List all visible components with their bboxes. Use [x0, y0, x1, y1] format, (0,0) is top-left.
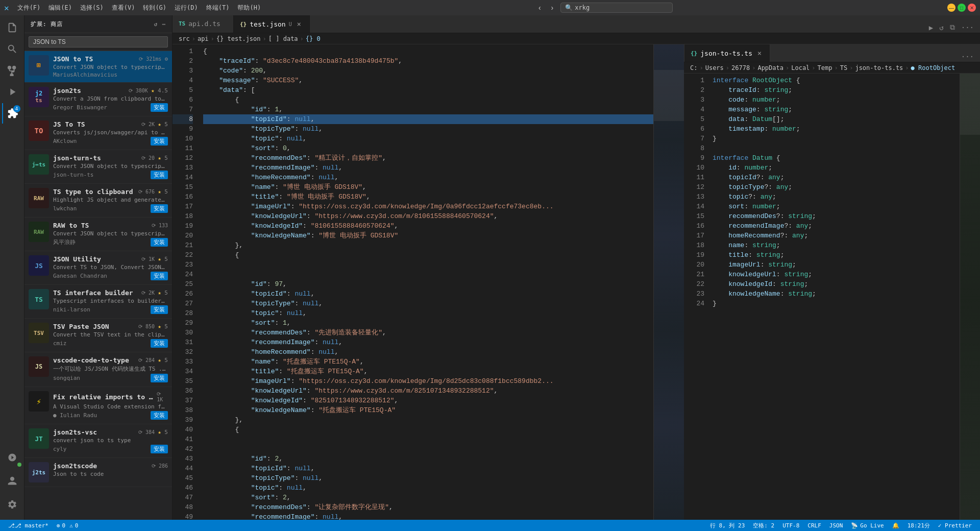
plugin-item[interactable]: TSV TSV Paste JSON ⟳ 850 ★ 5 Convert the…	[24, 319, 172, 352]
status-go-live[interactable]: 📡 Go Live	[847, 520, 888, 531]
breadcrumb-testjson[interactable]: {} test.json	[216, 35, 261, 42]
bc-filename[interactable]: json-to-ts.ts	[855, 64, 903, 71]
breadcrumb-data[interactable]: [ ] data	[268, 35, 298, 42]
status-bell[interactable]: 🔔	[888, 520, 903, 531]
menu-select[interactable]: 选择(S)	[80, 4, 104, 12]
code-line: "title": "博世 电动扳手 GDS18V",	[203, 192, 653, 202]
menu-terminal[interactable]: 终端(T)	[206, 4, 230, 12]
activity-settings[interactable]	[2, 494, 22, 515]
code-line: "data": [	[203, 85, 653, 95]
forward-button[interactable]: ›	[548, 3, 557, 13]
install-button[interactable]: 安装	[151, 137, 168, 146]
ts-tab-close-button[interactable]: ×	[755, 49, 764, 57]
plugin-item[interactable]: RAW RAW to TS ⟳ 133 Convert JSON object …	[24, 218, 172, 251]
error-icon: ⊗	[57, 522, 60, 529]
plugin-item[interactable]: JS JSON Utility ⟳ 1K ★ 5 Convert TS to J…	[24, 251, 172, 285]
branch-icon: ⎇	[8, 522, 15, 529]
plugin-item[interactable]: j2ts json2tscode ⟳ 286 Json to ts code	[24, 458, 172, 487]
install-button[interactable]: 安装	[151, 171, 168, 179]
plugin-item[interactable]: JS vscode-code-to-type ⟳ 284 ★ 5 一个可以给 J…	[24, 352, 172, 387]
plugin-item[interactable]: j2ts json2ts ⟳ 380K ★ 4.5 Convert a JSON…	[24, 83, 172, 116]
activity-search[interactable]	[2, 39, 22, 59]
install-button[interactable]: 安装	[151, 272, 168, 280]
ts-tab-json-to-ts[interactable]: {} json-to-ts.ts ×	[684, 44, 770, 62]
breadcrumb-current[interactable]: {} 0	[306, 35, 321, 42]
ts-code-container[interactable]: 1 2 3 4 5 6 7 8 9 10 11 12 13 14	[684, 74, 980, 520]
tab-api-ts[interactable]: TS api.d.ts	[173, 15, 234, 33]
ts-tabs: {} json-to-ts.ts × ···	[684, 44, 980, 62]
status-language[interactable]: JSON	[825, 520, 847, 531]
activity-remote[interactable]	[2, 447, 22, 468]
code-container[interactable]: 1 2 3 4 5 6 7 8 9 10 11 12 13 14	[173, 44, 684, 520]
bc-temp[interactable]: Temp	[818, 64, 832, 71]
plugin-settings[interactable]: ⚙	[164, 56, 168, 62]
install-button[interactable]: 安装	[151, 204, 168, 213]
install-button[interactable]: 安装	[151, 305, 168, 314]
install-button[interactable]: 安装	[151, 339, 168, 348]
activity-run[interactable]	[2, 82, 22, 102]
status-line-ending[interactable]: CRLF	[803, 520, 825, 531]
menu-goto[interactable]: 转到(G)	[143, 4, 166, 12]
menu-view[interactable]: 查看(V)	[112, 4, 135, 12]
plugin-item[interactable]: RAW TS type to clipboard ⟳ 676 ★ 5 Highl…	[24, 184, 172, 218]
line-ending-label: CRLF	[807, 522, 821, 529]
bc-local[interactable]: Local	[791, 64, 810, 71]
run-icon[interactable]: ▶	[927, 22, 935, 33]
install-button[interactable]: 安装	[151, 103, 168, 112]
bc-26778[interactable]: 26778	[731, 64, 750, 71]
more-actions-icon[interactable]: ···	[959, 22, 976, 33]
install-button[interactable]: 安装	[151, 238, 168, 247]
bc-appdata[interactable]: AppData	[757, 64, 783, 71]
maximize-button[interactable]: □	[958, 4, 966, 12]
status-errors[interactable]: ⊗ 0 ⚠ 0	[53, 520, 83, 531]
tab-close-button[interactable]: ×	[295, 20, 303, 28]
global-search-bar[interactable]: 🔍 xrkg	[560, 3, 673, 13]
activity-files[interactable]	[2, 17, 22, 38]
menu-file[interactable]: 文件(F)	[17, 4, 41, 12]
search-input[interactable]	[29, 36, 168, 47]
status-spaces[interactable]: 空格: 2	[749, 520, 778, 531]
bc-users[interactable]: Users	[705, 64, 724, 71]
plugin-item[interactable]: TO JS To TS ⟳ 2K ★ 5 Converts js/json/sw…	[24, 116, 172, 150]
breadcrumb-api[interactable]: api	[198, 35, 209, 42]
plugin-desc: Convert TS to JSON, Convert JSON to ...	[53, 264, 168, 271]
activity-extensions[interactable]: 4	[2, 103, 22, 124]
ts-more-actions-icon[interactable]: ···	[959, 52, 976, 62]
sidebar-refresh-icon[interactable]: ↺	[154, 21, 158, 28]
plugin-author: songqian	[53, 375, 80, 381]
status-branch[interactable]: ⎇ ⎇ master*	[4, 520, 53, 531]
minimap-slider[interactable]	[654, 70, 684, 121]
ts-code-content[interactable]: interface RootObject { traceId: string; …	[708, 74, 960, 520]
activity-source-control[interactable]	[2, 60, 22, 81]
install-button[interactable]: 安装	[151, 374, 168, 382]
plugin-item[interactable]: JT json2ts-vsc ⟳ 384 ★ 5 convert json to…	[24, 424, 172, 458]
status-position[interactable]: 行 8, 列 23	[706, 520, 749, 531]
menu-help[interactable]: 帮助(H)	[237, 4, 261, 12]
ts-minimap-slider[interactable]	[960, 74, 980, 135]
breadcrumb-sep: ›	[211, 35, 214, 42]
minimize-button[interactable]: —	[947, 4, 955, 12]
sidebar-filter-icon[interactable]: ⋯	[162, 21, 166, 28]
split-icon[interactable]: ⧉	[948, 22, 957, 33]
bc-c[interactable]: C:	[690, 64, 697, 71]
bc-rootobject[interactable]: ● RootObject	[911, 64, 955, 71]
close-button[interactable]: ✕	[968, 4, 976, 12]
menu-run[interactable]: 运行(D)	[175, 4, 198, 12]
plugin-item[interactable]: ⊞ JSON to TS ⟳ 321ms ⚙ Convert JSON obje…	[24, 51, 172, 83]
install-button[interactable]: 安装	[151, 445, 168, 453]
revert-icon[interactable]: ↺	[937, 22, 945, 33]
tab-test-json[interactable]: {} test.json U ×	[234, 15, 310, 33]
menu-edit[interactable]: 编辑(E)	[48, 4, 72, 12]
plugin-item[interactable]: TS TS interface builder ⟳ 2K ★ 5 Typescr…	[24, 285, 172, 319]
back-button[interactable]: ‹	[535, 3, 544, 13]
plugin-item[interactable]: ⚡ Fix relative imports to baseUrl ⟳ 1K A…	[24, 387, 172, 424]
install-button[interactable]: 安装	[151, 411, 168, 420]
plugin-item[interactable]: j↔ts json-turn-ts ⟳ 20 ★ 5 Convert JSON …	[24, 150, 172, 184]
json-code-content[interactable]: { "traceId": "d3ec8c7e480043cba87a4138b4…	[197, 44, 653, 520]
plugin-desc: Convert JSON object to typescript inte..…	[53, 163, 168, 170]
breadcrumb-src[interactable]: src	[179, 35, 190, 42]
status-prettier[interactable]: ✓ Prettier	[934, 520, 976, 531]
status-encoding[interactable]: UTF-8	[778, 520, 803, 531]
bc-ts[interactable]: TS	[840, 64, 847, 71]
activity-account[interactable]	[2, 471, 22, 491]
